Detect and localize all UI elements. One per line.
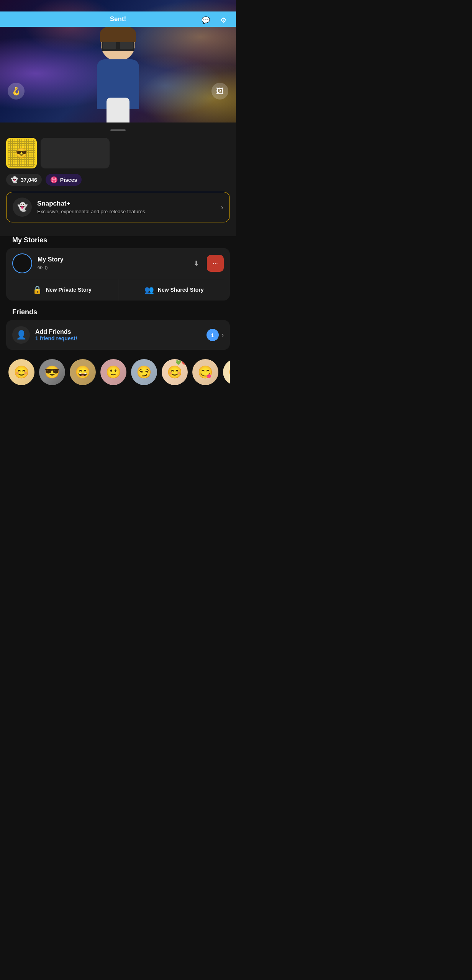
story-actions-row: 🔒 New Private Story 👥 New Shared Story bbox=[6, 279, 230, 301]
group-icon: 👥 bbox=[144, 285, 154, 294]
lock-icon: 🔒 bbox=[33, 285, 42, 294]
settings-icon[interactable]: ⚙ bbox=[216, 13, 230, 27]
avatar-shirt bbox=[107, 98, 129, 122]
ghost-plus-icon: 👻 bbox=[17, 202, 28, 212]
hanger-button[interactable]: 🪝 bbox=[8, 83, 25, 100]
heart-overlay: 💚❤️ bbox=[175, 360, 187, 365]
my-story-name: My Story bbox=[38, 256, 184, 263]
new-private-story-label: New Private Story bbox=[46, 287, 92, 293]
friend-bitmoji-7: 😋 bbox=[192, 359, 218, 385]
zodiac-badge[interactable]: ♓ Pisces bbox=[46, 174, 82, 186]
snapchat-plus-icon: 👻 bbox=[13, 198, 32, 217]
add-friends-chevron-icon: › bbox=[222, 332, 224, 338]
friend-bitmoji-5: 😏 bbox=[131, 359, 157, 385]
pisces-icon: ♓ bbox=[50, 176, 58, 183]
avatar-glasses bbox=[102, 41, 134, 51]
avatar-hair bbox=[100, 25, 136, 42]
bitmoji-face: 🙂 bbox=[106, 365, 121, 379]
new-private-story-button[interactable]: 🔒 New Private Story bbox=[6, 279, 118, 301]
add-person-icon: 👤 bbox=[12, 326, 30, 344]
list-item[interactable]: 🤩 bbox=[221, 359, 230, 387]
my-story-views: 👁 0 bbox=[38, 265, 184, 271]
bitmoji-face: 😏 bbox=[136, 365, 152, 379]
snapchat-plus-chevron-icon: › bbox=[221, 203, 223, 211]
drag-handle-bar bbox=[110, 129, 126, 131]
profile-avatars: 😎 bbox=[6, 138, 230, 168]
bitmoji-face: 😊 bbox=[14, 365, 29, 379]
snap-score-badge[interactable]: 👻 37,046 bbox=[6, 174, 42, 186]
my-story-info: My Story 👁 0 bbox=[38, 256, 184, 271]
add-friends-card[interactable]: 👤 Add Friends 1 friend request! 1 › bbox=[6, 320, 230, 350]
snapcode-ghost: 😎 bbox=[16, 148, 27, 158]
profile-badges: 👻 37,046 ♓ Pisces bbox=[6, 174, 230, 186]
story-preview-thumbnail[interactable] bbox=[41, 138, 110, 168]
friend-bitmoji-4: 🙂 bbox=[100, 359, 126, 385]
hero-section: Sent! 💬 ⚙ 🪝 🖼 bbox=[0, 0, 236, 122]
drag-handle bbox=[0, 122, 236, 134]
hero-avatar bbox=[76, 19, 160, 122]
my-story-row[interactable]: My Story 👁 0 ⬇ ··· bbox=[6, 248, 230, 279]
my-story-avatar bbox=[12, 253, 32, 273]
list-item[interactable]: 😏 bbox=[129, 359, 159, 387]
bitmoji-figure bbox=[80, 23, 156, 122]
new-shared-story-label: New Shared Story bbox=[158, 287, 204, 293]
my-stories-title: My Stories bbox=[6, 236, 230, 244]
notification-badge: 1 bbox=[206, 329, 219, 341]
friend-bitmoji-1: 😊 bbox=[8, 359, 34, 385]
list-item[interactable]: 🙂 bbox=[98, 359, 129, 387]
download-story-button[interactable]: ⬇ bbox=[189, 256, 203, 270]
add-friends-title: Add Friends bbox=[35, 328, 201, 335]
bitmoji-face: 😎 bbox=[44, 365, 60, 379]
avatar-body bbox=[97, 59, 139, 109]
add-friends-right: 1 › bbox=[206, 329, 224, 341]
ghost-icon: 👻 bbox=[11, 176, 18, 183]
snapchat-plus-title: Snapchat+ bbox=[37, 200, 216, 207]
stories-card: My Story 👁 0 ⬇ ··· 🔒 New Private Story 👥… bbox=[6, 248, 230, 301]
zodiac-value: Pisces bbox=[60, 177, 77, 183]
friend-bitmoji-2: 😎 bbox=[39, 359, 65, 385]
friend-bitmoji-3: 😄 bbox=[70, 359, 96, 385]
friends-avatars-row: 😊 😎 😄 🙂 😏 😊 💚❤️ bbox=[6, 358, 230, 390]
image-button[interactable]: 🖼 bbox=[211, 83, 228, 100]
new-shared-story-button[interactable]: 👥 New Shared Story bbox=[118, 279, 230, 301]
view-count: 0 bbox=[45, 265, 48, 271]
bitmoji-face: 😋 bbox=[198, 365, 213, 379]
list-item[interactable]: 😄 bbox=[67, 359, 98, 387]
snapchat-plus-text: Snapchat+ Exclusive, experimental and pr… bbox=[37, 200, 216, 214]
bitmoji-face: 🤩 bbox=[228, 365, 230, 379]
chat-icon[interactable]: 💬 bbox=[199, 13, 213, 27]
list-item[interactable]: 😊 💚❤️ bbox=[159, 359, 190, 387]
profile-section: 😎 👻 37,046 ♓ Pisces 👻 Snapchat+ Exclusiv… bbox=[0, 134, 236, 236]
friends-title: Friends bbox=[6, 308, 230, 316]
friend-request-count-text: 1 friend request! bbox=[35, 335, 201, 341]
list-item[interactable]: 😋 bbox=[190, 359, 221, 387]
list-item[interactable]: 😎 bbox=[37, 359, 67, 387]
add-friends-text: Add Friends 1 friend request! bbox=[35, 328, 201, 341]
bitmoji-face: 😄 bbox=[75, 365, 90, 379]
more-options-button[interactable]: ··· bbox=[207, 255, 224, 272]
snap-score-value: 37,046 bbox=[21, 177, 37, 183]
snapchat-plus-banner[interactable]: 👻 Snapchat+ Exclusive, experimental and … bbox=[6, 192, 230, 222]
friend-bitmoji-8: 🤩 bbox=[223, 359, 230, 385]
bitmoji-face: 😊 bbox=[167, 365, 182, 379]
hero-top-icons: 💬 ⚙ bbox=[199, 13, 230, 27]
snapcode[interactable]: 😎 bbox=[6, 138, 37, 168]
friends-section: Friends 👤 Add Friends 1 friend request! … bbox=[0, 308, 236, 390]
my-stories-section: My Stories My Story 👁 0 ⬇ ··· 🔒 New Priv… bbox=[0, 236, 236, 301]
eye-icon: 👁 bbox=[38, 265, 43, 271]
snapchat-plus-subtitle: Exclusive, experimental and pre-release … bbox=[37, 209, 216, 214]
my-story-actions: ⬇ ··· bbox=[189, 255, 224, 272]
list-item[interactable]: 😊 bbox=[6, 359, 37, 387]
friend-bitmoji-6: 😊 💚❤️ bbox=[162, 359, 188, 385]
